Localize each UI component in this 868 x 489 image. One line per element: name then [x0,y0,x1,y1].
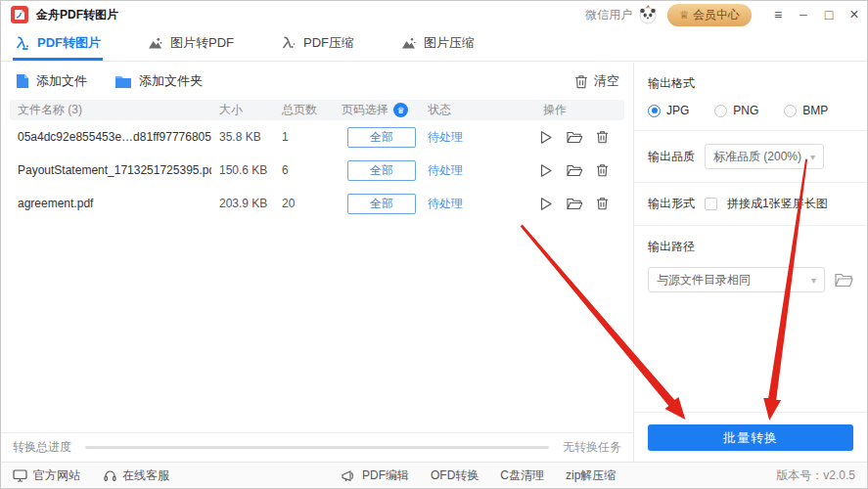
output-format-section: 输出格式 JPG PNG BMP [634,63,867,131]
file-pages: 1 [274,130,334,144]
batch-convert-button[interactable]: 批量转换 [648,424,853,451]
zip-extract-link[interactable]: zip解压缩 [566,467,616,484]
clear-label: 清空 [594,72,619,90]
footer-bar: 官方网站 在线客服 PDF编辑 OFD转换 C盘清理 zip解压缩 版本号：v2… [1,462,867,488]
file-size: 150.6 KB [211,163,274,177]
tab-image-to-pdf[interactable]: 图片转PDF [146,28,236,61]
image-to-pdf-icon [148,37,162,50]
convert-button-area: 批量转换 [634,412,867,462]
add-folder-icon [114,74,132,89]
megaphone-icon [342,469,356,482]
file-list-panel: 添加文件 添加文件夹 清空 文件名称 (3) 大小 总页数 页码选择 [1,63,633,462]
format-option-png[interactable]: PNG [714,104,758,117]
progress-track [85,446,549,449]
open-folder-icon[interactable] [567,131,582,144]
col-size: 大小 [211,102,274,118]
maximize-button[interactable]: □ [816,1,842,28]
list-toolbar: 添加文件 添加文件夹 清空 [1,63,633,100]
file-table: 文件名称 (3) 大小 总页数 页码选择 ♛ 状态 操作 05a4dc92e85… [10,100,624,220]
minimize-button[interactable]: ─ [791,1,816,28]
browse-folder-button[interactable] [835,273,853,288]
app-logo-icon [11,6,28,23]
menu-button[interactable]: ≡ [765,1,791,28]
chevron-down-icon: ▾ [803,275,816,286]
play-convert-icon[interactable] [539,163,553,178]
vip-feature-crown-icon: ♛ [393,103,408,117]
page-select-button[interactable]: 全部 [347,127,416,148]
ofd-convert-link[interactable]: OFD转换 [431,467,479,484]
col-page-select: 页码选择 ♛ [334,102,420,118]
play-convert-icon[interactable] [539,130,553,145]
crown-icon: ♕ [679,9,689,22]
file-name: PayoutStatement_1713251725395.pdf [10,163,211,177]
output-quality-label: 输出品质 [648,149,695,165]
output-path-section: 输出路径 与源文件目录相同 ▾ [634,226,867,305]
tab-label: 图片转PDF [170,34,234,52]
status-label: 待处理 [420,129,531,146]
online-support-link[interactable]: 在线客服 [104,467,169,484]
delete-icon[interactable] [596,197,609,210]
table-header: 文件名称 (3) 大小 总页数 页码选择 ♛ 状态 操作 [10,100,624,120]
status-label: 待处理 [420,162,531,179]
tab-bar: PDF转图片 图片转PDF PDF压缩 图片压缩 [1,28,867,62]
table-row: PayoutStatement_1713251725395.pdf 150.6 … [10,154,624,187]
page-select-button[interactable]: 全部 [347,194,416,214]
add-folder-button[interactable]: 添加文件夹 [114,72,203,90]
trash-icon [574,74,588,89]
tab-image-compress[interactable]: 图片压缩 [399,28,477,61]
tab-label: PDF压缩 [303,34,354,52]
c-drive-clean-link[interactable]: C盘清理 [500,467,544,484]
stitch-long-image-label: 拼接成1张竖屏长图 [727,196,828,212]
chevron-down-icon: ▾ [802,152,815,162]
tab-label: 图片压缩 [424,34,475,52]
table-row: 05a4dc92e855453e…d81ff97776805.pdf 35.8 … [10,120,624,154]
play-convert-icon[interactable] [539,197,553,211]
app-window: 金舟PDF转图片 微信用户 ♕ 会员中心 ≡ ─ □ × PDF转图片 图片转P… [0,0,868,489]
progress-status: 无转换任务 [563,439,621,456]
stitch-long-image-checkbox[interactable] [705,198,717,210]
clear-button[interactable]: 清空 [574,72,619,90]
user-avatar[interactable] [638,5,658,24]
tab-pdf-to-image[interactable]: PDF转图片 [13,28,103,61]
pdf-edit-link[interactable]: PDF编辑 [342,467,409,484]
pdf-compress-icon [281,36,296,50]
vip-center-button[interactable]: ♕ 会员中心 [667,4,752,26]
official-site-link[interactable]: 官方网站 [13,467,80,484]
output-path-select[interactable]: 与源文件目录相同 ▾ [648,267,825,292]
delete-icon[interactable] [596,163,609,177]
add-file-icon [15,73,29,89]
open-folder-icon[interactable] [567,198,582,210]
quality-select[interactable]: 标准品质 (200%) ▾ [705,144,824,169]
output-path-value: 与源文件目录相同 [657,272,751,289]
output-path-label: 输出路径 [648,239,853,255]
settings-panel: 输出格式 JPG PNG BMP 输 [633,63,867,462]
progress-bar-row: 转换总进度 无转换任务 [1,432,633,462]
format-option-bmp[interactable]: BMP [784,104,828,117]
file-size: 203.9 KB [211,197,274,210]
promo-links: PDF编辑 OFD转换 C盘清理 zip解压缩 [342,467,616,484]
output-format-label: 输出格式 [648,75,853,92]
file-pages: 6 [274,163,334,177]
file-size: 35.8 KB [211,130,274,144]
col-status: 状态 [420,102,531,118]
quality-value: 标准品质 (200%) [713,149,801,165]
main-area: 添加文件 添加文件夹 清空 文件名称 (3) 大小 总页数 页码选择 [1,63,867,462]
format-option-jpg[interactable]: JPG [648,104,689,117]
add-folder-label: 添加文件夹 [139,72,203,90]
open-folder-icon[interactable] [567,164,582,177]
radio-icon [784,105,797,117]
delete-icon[interactable] [596,130,609,144]
close-button[interactable]: × [842,1,867,28]
app-title: 金舟PDF转图片 [36,7,118,23]
status-label: 待处理 [420,196,531,212]
page-select-button[interactable]: 全部 [347,160,416,181]
radio-icon [714,105,727,117]
radio-selected-icon [648,105,661,117]
output-form-label: 输出形式 [648,196,695,212]
add-file-button[interactable]: 添加文件 [15,72,87,90]
col-name: 文件名称 (3) [10,102,211,118]
monitor-icon [13,469,27,482]
user-name-label[interactable]: 微信用户 [585,7,632,23]
output-quality-section: 输出品质 标准品质 (200%) ▾ [634,131,867,183]
tab-pdf-compress[interactable]: PDF压缩 [279,28,356,61]
